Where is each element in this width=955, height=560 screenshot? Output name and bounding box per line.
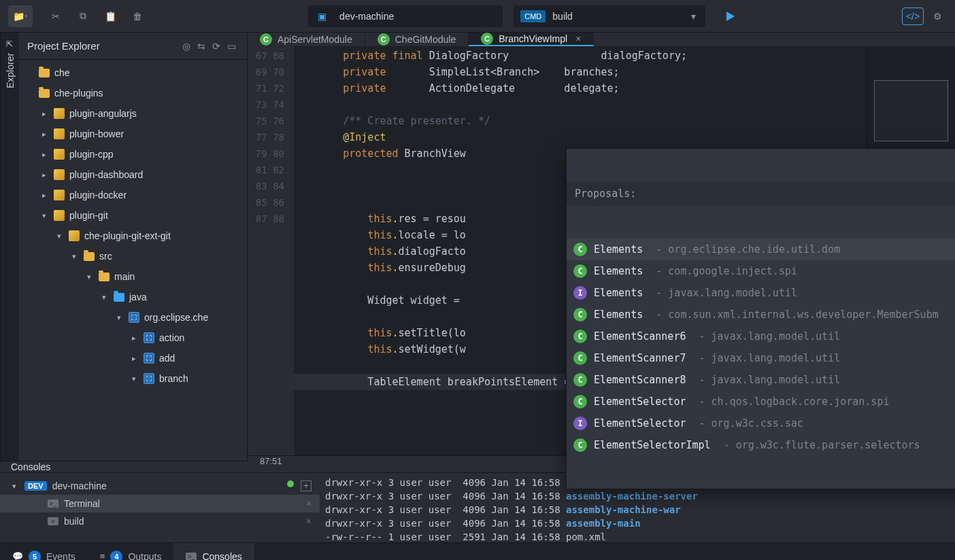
tree-item[interactable]: ▾plugin-git — [19, 205, 247, 226]
refresh-icon[interactable]: ⟳ — [209, 41, 224, 52]
ls-permissions: -rw-r--r-- 1 user user 2591 Jan 14 16:58… — [325, 531, 606, 542]
editor-tab[interactable]: CApiServletModule — [248, 33, 365, 46]
bottom-tab-label: Consoles — [202, 551, 241, 561]
sidebar-title: Project Explorer — [27, 40, 179, 52]
ls-permissions: drwxr-xr-x 3 user user 4096 Jan 14 16:58 — [325, 491, 566, 502]
console-item-label: Terminal — [64, 498, 100, 509]
bottom-tab-label: Events — [46, 551, 76, 561]
proposal-item[interactable]: CElementScanner8 - javax.lang.model.util — [567, 369, 955, 391]
close-icon[interactable]: × — [306, 516, 312, 527]
box-yellow-icon — [53, 107, 65, 120]
term-icon: >_ — [186, 553, 197, 561]
locate-icon[interactable]: ◎ — [179, 41, 194, 52]
proposal-package: - ch.qos.logback.core.joran.spi — [692, 393, 889, 410]
console-tree-item[interactable]: >_Terminal× — [0, 495, 320, 512]
minimap-viewport[interactable] — [874, 80, 948, 141]
class-icon: C — [573, 438, 587, 452]
new-file-button[interactable]: 📁+ — [8, 5, 33, 27]
close-icon[interactable]: × — [575, 33, 581, 44]
editor-tab[interactable]: CBranchViewImpl× — [469, 33, 594, 46]
collapse-icon[interactable]: ⇆ — [194, 41, 209, 52]
tree-item[interactable]: ▸plugin-angularjs — [19, 103, 247, 124]
tree-item[interactable]: ▾branch — [19, 368, 247, 389]
tree-item[interactable]: che-plugins — [19, 83, 247, 103]
proposal-item[interactable]: CElements - com.google.inject.spi — [567, 260, 955, 282]
editor-tab[interactable]: CCheGitModule — [365, 33, 469, 46]
minimize-icon[interactable]: ▭ — [224, 41, 239, 52]
tab-label: CheGitModule — [395, 34, 456, 45]
pkg-blue-icon — [143, 332, 155, 344]
ls-filename: assembly-machine-server — [566, 491, 698, 502]
proposal-name: ElementScanner7 — [594, 350, 686, 366]
bottom-tab[interactable]: 💬5Events — [0, 543, 88, 560]
tree-item-label: src — [99, 251, 112, 262]
proposal-item[interactable]: CElementSelectorImpl - org.w3c.flute.par… — [567, 434, 955, 456]
proposal-item[interactable]: CElementScanner6 - javax.lang.model.util — [567, 326, 955, 347]
tree-item[interactable]: ▸plugin-cpp — [19, 144, 247, 164]
chat-icon: 💬 — [12, 551, 23, 560]
terminal-icon: >_ — [48, 500, 58, 508]
tree-item[interactable]: ▸action — [19, 328, 247, 348]
pkg-blue-icon — [143, 372, 155, 385]
delete-button[interactable]: 🗑 — [125, 5, 150, 27]
chevron-icon: ▸ — [129, 334, 139, 343]
command-selector[interactable]: CMD build ▾ — [514, 5, 705, 27]
workspace-icon[interactable]: ⚙ — [928, 7, 947, 25]
proposal-item[interactable]: IElements - javax.lang.model.util — [567, 282, 955, 304]
tree-item[interactable]: ▾main — [19, 266, 247, 287]
folder-yellow-icon — [38, 87, 50, 99]
copy-button[interactable]: ⧉ — [71, 5, 95, 27]
ls-permissions: drwxr-xr-x 3 user user 4096 Jan 14 16:58 — [325, 518, 566, 529]
tree-item[interactable]: ▸plugin-dashboard — [19, 164, 247, 185]
proposal-item[interactable]: CElementSelector - ch.qos.logback.core.j… — [567, 391, 955, 413]
tree-item[interactable]: che — [19, 63, 247, 83]
console-item-label: dev-machine — [52, 480, 107, 491]
chevron-icon: ▾ — [84, 273, 94, 281]
project-tree: cheche-plugins▸plugin-angularjs▸plugin-b… — [19, 60, 247, 461]
console-item-label: build — [64, 516, 84, 527]
tree-item[interactable]: ▾java — [19, 287, 247, 307]
count-badge: 4 — [110, 550, 122, 561]
tree-item[interactable]: ▸plugin-bower — [19, 124, 247, 144]
tree-item[interactable]: ▾che-plugin-git-ext-git — [19, 226, 247, 246]
chevron-icon: ▾ — [129, 374, 139, 383]
run-button[interactable] — [716, 5, 743, 27]
console-tree-item[interactable]: ▾DEVdev-machine+ — [0, 477, 320, 495]
proposal-package: - org.eclipse.che.ide.util.dom — [650, 241, 840, 258]
proposals-header: Proposals: — [567, 181, 955, 206]
code-view-toggle[interactable]: </> — [902, 7, 924, 25]
proposal-name: Elements — [594, 263, 643, 279]
code-editor[interactable]: private final DialogFactory dialogFactor… — [294, 46, 867, 455]
cut-button[interactable]: ✂ — [44, 5, 68, 27]
bottom-tab[interactable]: ≡4Outputs — [88, 543, 174, 560]
proposal-name: ElementSelectorImpl — [594, 437, 711, 453]
ls-filename: assembly-main — [566, 518, 641, 529]
proposal-item[interactable]: IElementSelector - org.w3c.css.sac — [567, 413, 955, 434]
top-toolbar: 📁+ ✂ ⧉ 📋 🗑 ▣ dev-machine CMD build ▾ </>… — [0, 0, 955, 33]
explorer-pin-icon: ⇱ — [7, 39, 14, 49]
class-icon: C — [573, 351, 587, 365]
tree-item-label: plugin-docker — [69, 190, 127, 200]
box-yellow-icon — [68, 230, 80, 242]
proposal-name: Elements — [594, 307, 643, 323]
class-icon: C — [573, 308, 587, 321]
explorer-vertical-tab[interactable]: Explorer ⇱ — [0, 33, 19, 461]
machine-selector[interactable]: ▣ dev-machine — [308, 5, 503, 27]
console-tree-item[interactable]: ≡build× — [0, 512, 320, 530]
tree-item[interactable]: ▸add — [19, 348, 247, 368]
paste-button[interactable]: 📋 — [98, 5, 122, 27]
pkg-blue-icon — [128, 311, 140, 323]
tree-item[interactable]: ▸plugin-docker — [19, 185, 247, 205]
proposal-item[interactable]: CElementScanner7 - javax.lang.model.util — [567, 347, 955, 369]
proposal-item[interactable]: CElements - com.sun.xml.internal.ws.deve… — [567, 304, 955, 326]
tree-item[interactable]: ▾org.eclipse.che — [19, 307, 247, 328]
proposal-name: Elements — [594, 285, 643, 301]
tree-item-label: main — [114, 271, 135, 282]
tree-item[interactable]: ▾src — [19, 246, 247, 266]
close-icon[interactable]: × — [306, 498, 312, 509]
console-title: Consoles — [11, 461, 50, 472]
add-button[interactable]: + — [301, 480, 312, 491]
bottom-tab[interactable]: >_Consoles — [173, 543, 254, 560]
box-yellow-icon — [53, 209, 65, 222]
proposal-item[interactable]: CElements - org.eclipse.che.ide.util.dom — [567, 239, 955, 260]
